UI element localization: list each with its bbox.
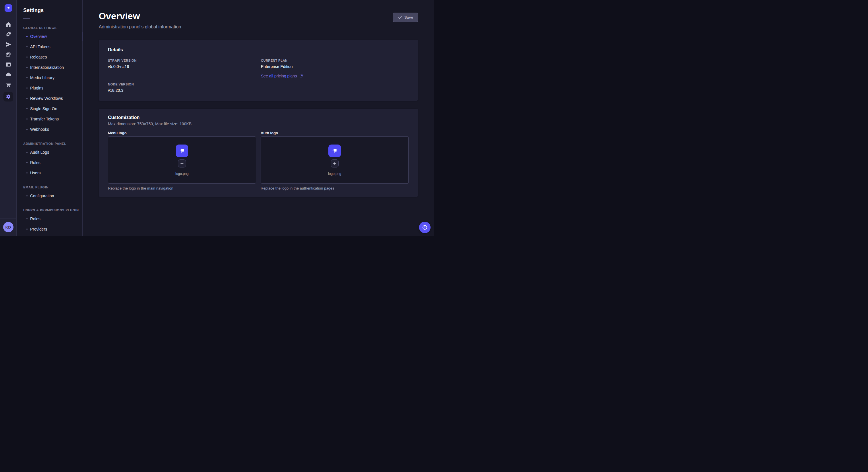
bullet-icon — [26, 88, 28, 89]
pricing-plans-link-label: See all pricing plans — [261, 74, 297, 78]
subnav-item-internationalization[interactable]: Internationalization — [26, 62, 82, 72]
cart-icon[interactable] — [5, 81, 12, 88]
help-button[interactable]: ? — [419, 222, 431, 233]
subnav-item-email-configuration[interactable]: Configuration — [26, 191, 82, 201]
subnav-title: Settings — [17, 7, 82, 13]
menu-logo-preview — [176, 144, 188, 157]
subnav-item-label: Audit Logs — [30, 150, 49, 155]
subnav-item-label: Roles — [30, 216, 40, 221]
plus-icon — [333, 162, 337, 165]
layout-icon[interactable] — [5, 61, 12, 68]
section-list-users-permissions-plugin: Roles Providers — [17, 214, 82, 234]
strapi-glyph — [178, 147, 186, 155]
subnav-item-label: Overview — [30, 34, 47, 39]
menu-logo-label: Menu logo — [108, 131, 256, 135]
auth-logo-filename: logo.png — [328, 172, 341, 176]
strapi-glyph — [6, 6, 11, 10]
field-value: v5.0.0-rc.19 — [108, 64, 261, 69]
menu-logo-helper: Replace the logo in the main navigation — [108, 186, 256, 191]
subnav-item-plugins[interactable]: Plugins — [26, 83, 82, 93]
auth-logo-helper: Replace the logo in the authentication p… — [260, 186, 409, 191]
strapi-version-field: STRAPI VERSION v5.0.0-rc.19 — [108, 59, 261, 78]
page-header: Overview Administration panel’s global i… — [99, 11, 418, 30]
subnav-item-up-providers[interactable]: Providers — [26, 224, 82, 234]
user-avatar[interactable]: KD — [3, 222, 13, 232]
subnav-item-transfer-tokens[interactable]: Transfer Tokens — [26, 114, 82, 124]
plus-icon — [180, 162, 184, 165]
subnav-item-review-workflows[interactable]: Review Workflows — [26, 93, 82, 103]
subnav-item-single-sign-on[interactable]: Single Sign-On — [26, 103, 82, 114]
section-label-email-plugin: EMAIL PLUGIN — [17, 186, 82, 189]
menu-logo-field: Menu logo logo.png Replace the logo in t… — [108, 131, 256, 191]
section-label-users-permissions-plugin: USERS & PERMISSIONS PLUGIN — [17, 208, 82, 212]
paper-plane-icon[interactable] — [5, 41, 12, 48]
section-list-email-plugin: Configuration — [17, 191, 82, 201]
bullet-icon — [26, 195, 28, 196]
add-auth-logo-button[interactable] — [331, 160, 339, 167]
subnav-item-overview[interactable]: Overview — [26, 31, 82, 42]
subnav-item-label: Providers — [30, 227, 47, 231]
page-title: Overview — [99, 11, 181, 22]
subnav-item-up-roles[interactable]: Roles — [26, 214, 82, 224]
customization-card: Customization Max dimension: 750×750, Ma… — [99, 109, 418, 197]
field-value: Enterprise Edition — [261, 64, 409, 69]
bullet-icon — [26, 67, 28, 68]
strapi-glyph — [331, 147, 338, 155]
add-menu-logo-button[interactable] — [178, 160, 186, 167]
strapi-logo-icon[interactable] — [5, 4, 12, 12]
menu-logo-filename: logo.png — [175, 172, 189, 176]
subnav-item-admin-roles[interactable]: Roles — [26, 158, 82, 168]
current-plan-field: CURRENT PLAN Enterprise Edition See all … — [261, 59, 409, 78]
subnav-item-media-library[interactable]: Media Library — [26, 72, 82, 83]
page-header-text: Overview Administration panel’s global i… — [99, 11, 181, 30]
save-button[interactable]: Save — [393, 12, 418, 22]
section-label-global-settings: GLOBAL SETTINGS — [17, 26, 82, 30]
auth-logo-field: Auth logo logo.png Replace the logo in t… — [260, 131, 409, 191]
section-list-administration-panel: Audit Logs Roles Users — [17, 147, 82, 178]
subnav-item-label: Internationalization — [30, 65, 64, 70]
subnav-item-label: Single Sign-On — [30, 106, 57, 111]
section-label-administration-panel: ADMINISTRATION PANEL — [17, 142, 82, 145]
auth-logo-upload-box[interactable]: logo.png — [260, 136, 409, 183]
subnav-item-label: Users — [30, 171, 41, 175]
rail-bottom: KD — [0, 218, 17, 236]
subnav-item-label: Media Library — [30, 75, 55, 80]
subnav-item-label: Releases — [30, 55, 47, 59]
bullet-icon — [26, 119, 28, 120]
external-link-icon — [299, 74, 303, 78]
customization-card-subtitle: Max dimension: 750×750, Max file size: 1… — [108, 122, 409, 126]
details-grid-spacer — [261, 82, 409, 93]
subnav-item-label: Configuration — [30, 194, 54, 198]
gear-icon[interactable] — [3, 92, 13, 102]
subnav-item-releases[interactable]: Releases — [26, 52, 82, 62]
subnav-item-label: Roles — [30, 160, 40, 165]
pricing-plans-link[interactable]: See all pricing plans — [261, 74, 303, 78]
images-icon[interactable] — [5, 51, 12, 58]
bullet-icon — [26, 57, 28, 58]
subnav-item-label: Webhooks — [30, 127, 49, 132]
subnav-item-label: Plugins — [30, 86, 43, 90]
bullet-icon — [26, 229, 28, 230]
bullet-icon — [26, 172, 28, 173]
feather-icon[interactable] — [5, 31, 12, 38]
page-subtitle: Administration panel’s global informatio… — [99, 24, 181, 30]
subnav-item-api-tokens[interactable]: API Tokens — [26, 42, 82, 52]
subnav-item-webhooks[interactable]: Webhooks — [26, 124, 82, 134]
section-list-global-settings: Overview API Tokens Releases Internation… — [17, 31, 82, 134]
home-icon[interactable] — [5, 21, 12, 28]
subnav-item-label: API Tokens — [30, 44, 51, 49]
cloud-icon[interactable] — [5, 71, 12, 78]
details-grid: STRAPI VERSION v5.0.0-rc.19 CURRENT PLAN… — [108, 59, 409, 93]
subnav-item-audit-logs[interactable]: Audit Logs — [26, 147, 82, 158]
auth-logo-label: Auth logo — [260, 131, 409, 135]
bullet-icon — [26, 218, 28, 220]
strapi-admin-app: KD Settings GLOBAL SETTINGS Overview API… — [0, 0, 434, 236]
bullet-icon — [26, 129, 28, 130]
customization-card-title: Customization — [108, 115, 409, 120]
field-label: NODE VERSION — [108, 82, 261, 86]
bullet-icon — [26, 162, 28, 163]
settings-subnav: Settings GLOBAL SETTINGS Overview API To… — [17, 0, 83, 236]
save-button-label: Save — [404, 15, 413, 20]
menu-logo-upload-box[interactable]: logo.png — [108, 136, 256, 183]
subnav-item-admin-users[interactable]: Users — [26, 168, 82, 178]
